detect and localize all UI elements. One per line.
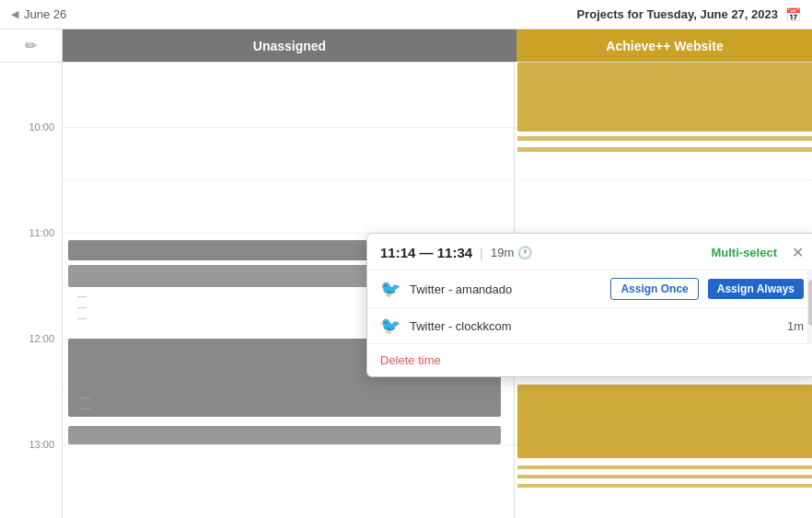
popup-duration: 19m 🕐 <box>491 246 532 259</box>
half-line-1030 <box>63 179 812 180</box>
popup: 11:14 — 11:34 | 19m 🕐 Multi-select ✕ 🐦 T… <box>366 233 812 377</box>
tool-icon: ✏ <box>25 37 37 54</box>
top-header: ◀ June 26 Projects for Tuesday, June 27,… <box>0 0 812 29</box>
assign-once-button[interactable]: Assign Once <box>610 278 698 300</box>
event-text-2: — <box>77 302 261 312</box>
event-text-1: — <box>77 291 261 301</box>
event-gold-stripe-4 <box>517 475 812 478</box>
time-gutter-header: ✏ <box>0 29 63 62</box>
event-gray-4[interactable] <box>68 426 501 444</box>
projects-title: Projects for Tuesday, June 27, 2023 <box>577 7 778 21</box>
multiselect-button[interactable]: Multi-select <box>711 246 777 259</box>
popup-row-2: 🐦 Twitter - clockkcom 1m <box>367 308 812 344</box>
clock-icon: 🕐 <box>517 246 532 259</box>
time-1100: 11:00 <box>29 227 54 238</box>
delete-time-link[interactable]: Delete time <box>380 353 441 367</box>
event-text-3: — <box>77 313 261 323</box>
popup-separator: | <box>480 245 483 260</box>
event-gold-stripe-3 <box>517 466 812 469</box>
event-gold-2[interactable] <box>517 385 812 458</box>
time-1000: 10:00 <box>29 121 54 132</box>
popup-header: 11:14 — 11:34 | 19m 🕐 Multi-select ✕ <box>367 234 812 271</box>
nav-left: ◀ June 26 <box>11 7 66 21</box>
time-column: 10:00 11:00 12:00 13:00 <box>0 63 63 518</box>
twitter-icon-2: 🐦 <box>380 316 400 336</box>
col-achieve-header: Achieve++ Website <box>517 29 812 62</box>
calendar-icon[interactable]: 📅 <box>785 7 801 22</box>
popup-rows: 🐦 Twitter - amandado Assign Once Assign … <box>367 271 812 344</box>
popup-row-2-label: Twitter - clockkcom <box>410 319 778 333</box>
popup-row-1-label: Twitter - amandado <box>410 282 601 296</box>
col-unassigned-header: Unassigned <box>63 29 517 62</box>
popup-delete-area: Delete time <box>367 344 812 376</box>
grid-area: — — — — — ▶ 11:14 — 11:34 | <box>63 63 812 518</box>
scrollbar[interactable] <box>807 271 812 344</box>
popup-row-1: 🐦 Twitter - amandado Assign Once Assign … <box>367 271 812 308</box>
event-gold-stripe-2 <box>517 147 812 152</box>
time-1300: 13:00 <box>29 439 54 450</box>
calendar-body: 10:00 11:00 12:00 13:00 — — — — — ▶ <box>0 63 812 518</box>
event-gold-stripe-1 <box>517 136 812 141</box>
assign-always-button[interactable]: Assign Always <box>708 279 804 299</box>
popup-row-2-time: 1m <box>787 319 804 333</box>
event-text-4: — <box>81 392 90 402</box>
scrollbar-thumb <box>808 280 812 326</box>
popup-close-button[interactable]: ✕ <box>792 246 804 260</box>
nav-arrow[interactable]: ◀ <box>11 8 18 20</box>
event-gold-stripe-5 <box>517 484 812 488</box>
time-1200: 12:00 <box>29 333 54 344</box>
event-gold-1[interactable] <box>517 63 812 132</box>
popup-time-range: 11:14 — 11:34 <box>380 245 472 260</box>
event-text-5: — <box>81 403 90 413</box>
col-headers: ✏ Unassigned Achieve++ Website <box>0 29 812 63</box>
nav-date[interactable]: June 26 <box>24 7 66 21</box>
twitter-icon-1: 🐦 <box>380 279 400 299</box>
